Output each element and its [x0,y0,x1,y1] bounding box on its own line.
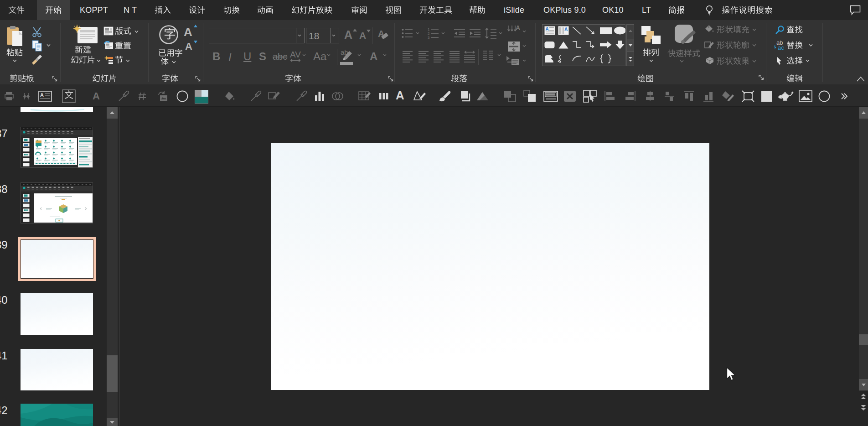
svg-text:ac: ac [778,44,784,50]
svg-text:A: A [516,25,520,31]
svg-text:1: 1 [428,27,430,31]
svg-text:A: A [40,92,44,98]
svg-text:3: 3 [428,36,430,39]
svg-text:A: A [546,26,549,31]
svg-text:2: 2 [428,31,430,36]
svg-text:A: A [564,27,568,32]
